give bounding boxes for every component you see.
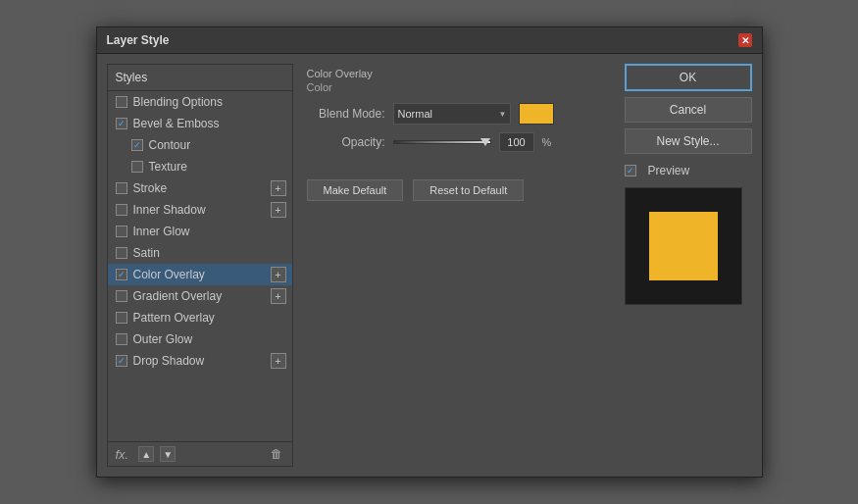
move-up-button[interactable]: ▲ — [138, 446, 154, 462]
preview-box — [625, 187, 742, 305]
checkbox-color-overlay[interactable] — [116, 269, 127, 280]
checkbox-bevel-emboss[interactable] — [116, 118, 127, 129]
styles-list: Blending Options Bevel & Emboss Contour … — [108, 91, 292, 441]
sidebar-item-outer-glow[interactable]: Outer Glow — [108, 328, 292, 350]
make-default-button[interactable]: Make Default — [307, 179, 404, 201]
label-inner-glow: Inner Glow — [133, 225, 190, 238]
styles-toolbar: fx. ▲ ▼ 🗑 — [108, 441, 292, 466]
checkbox-inner-glow[interactable] — [116, 226, 127, 237]
checkbox-gradient-overlay[interactable] — [116, 290, 127, 302]
plus-button-drop-shadow[interactable]: + — [271, 353, 286, 369]
plus-button-stroke[interactable]: + — [271, 180, 286, 196]
delete-button[interactable]: 🗑 — [269, 446, 284, 462]
dialog-body: Styles Blending Options Bevel & Emboss C… — [97, 54, 762, 477]
label-satin: Satin — [133, 246, 160, 260]
fx-label: fx. — [116, 447, 129, 462]
preview-label: Preview — [648, 164, 690, 177]
label-bevel-emboss: Bevel & Emboss — [133, 117, 220, 130]
new-style-button[interactable]: New Style... — [625, 128, 752, 154]
label-gradient-overlay: Gradient Overlay — [133, 289, 223, 303]
label-stroke: Stroke — [133, 181, 168, 195]
label-outer-glow: Outer Glow — [133, 332, 193, 346]
title-bar: Layer Style ✕ — [97, 27, 762, 54]
checkbox-stroke[interactable] — [116, 182, 127, 194]
checkbox-drop-shadow[interactable] — [116, 355, 127, 367]
label-pattern-overlay: Pattern Overlay — [133, 311, 215, 325]
sidebar-item-pattern-overlay[interactable]: Pattern Overlay — [108, 307, 292, 328]
blend-mode-row: Blend Mode: Normal Dissolve Multiply Scr… — [307, 103, 611, 125]
plus-button-inner-shadow[interactable]: + — [271, 202, 286, 218]
plus-button-gradient-overlay[interactable]: + — [271, 288, 286, 304]
cancel-button[interactable]: Cancel — [625, 97, 752, 123]
sidebar-item-bevel-emboss[interactable]: Bevel & Emboss — [108, 113, 292, 134]
label-texture: Texture — [149, 160, 187, 174]
center-panel: Color Overlay Color Blend Mode: Normal D… — [303, 64, 615, 467]
label-inner-shadow: Inner Shadow — [133, 203, 206, 217]
opacity-label: Opacity: — [307, 135, 385, 149]
checkbox-outer-glow[interactable] — [116, 333, 127, 345]
label-color-overlay: Color Overlay — [133, 268, 205, 281]
opacity-value[interactable]: 100 — [499, 132, 534, 152]
color-swatch[interactable] — [519, 103, 554, 125]
section-subtitle: Color — [307, 81, 611, 93]
checkbox-pattern-overlay[interactable] — [116, 312, 127, 324]
ok-button[interactable]: OK — [625, 64, 752, 91]
action-buttons: Make Default Reset to Default — [307, 179, 611, 201]
layer-style-dialog: Layer Style ✕ Styles Blending Options Be… — [96, 26, 763, 478]
preview-square — [649, 212, 718, 280]
blend-mode-select-wrapper: Normal Dissolve Multiply Screen Overlay — [393, 103, 511, 125]
sidebar-item-stroke[interactable]: Stroke + — [108, 177, 292, 199]
preview-label-row: Preview — [625, 164, 752, 177]
label-blending-options: Blending Options — [133, 95, 223, 109]
section-title: Color Overlay — [307, 68, 611, 79]
checkbox-texture[interactable] — [131, 161, 143, 173]
sidebar-item-inner-shadow[interactable]: Inner Shadow + — [108, 199, 292, 221]
sidebar-item-drop-shadow[interactable]: Drop Shadow + — [108, 350, 292, 372]
label-drop-shadow: Drop Shadow — [133, 354, 205, 368]
plus-button-color-overlay[interactable]: + — [271, 267, 286, 282]
checkbox-satin[interactable] — [116, 247, 127, 259]
opacity-slider[interactable] — [393, 133, 491, 151]
opacity-row: Opacity: 100 % — [307, 132, 611, 152]
checkbox-inner-shadow[interactable] — [116, 204, 127, 216]
sidebar-item-contour[interactable]: Contour — [108, 134, 292, 156]
opacity-track — [393, 140, 491, 144]
reset-to-default-button[interactable]: Reset to Default — [413, 179, 524, 201]
blend-mode-label: Blend Mode: — [307, 107, 385, 121]
blend-mode-select[interactable]: Normal Dissolve Multiply Screen Overlay — [393, 103, 511, 125]
preview-checkbox[interactable] — [625, 165, 636, 176]
close-button[interactable]: ✕ — [738, 33, 752, 47]
label-contour: Contour — [149, 138, 191, 152]
checkbox-contour[interactable] — [131, 139, 143, 151]
styles-panel: Styles Blending Options Bevel & Emboss C… — [107, 64, 293, 467]
checkbox-blending-options[interactable] — [116, 96, 127, 108]
dialog-title: Layer Style — [107, 33, 170, 47]
sidebar-item-gradient-overlay[interactable]: Gradient Overlay + — [108, 285, 292, 307]
percent-label: % — [542, 136, 552, 148]
sidebar-item-color-overlay[interactable]: Color Overlay + — [108, 264, 292, 285]
sidebar-item-blending-options[interactable]: Blending Options — [108, 91, 292, 113]
opacity-thumb — [480, 138, 490, 146]
sidebar-item-inner-glow[interactable]: Inner Glow — [108, 221, 292, 242]
sidebar-item-texture[interactable]: Texture — [108, 156, 292, 177]
styles-header: Styles — [108, 65, 292, 91]
sidebar-item-satin[interactable]: Satin — [108, 242, 292, 264]
right-panel: OK Cancel New Style... Preview — [625, 64, 752, 467]
move-down-button[interactable]: ▼ — [160, 446, 176, 462]
